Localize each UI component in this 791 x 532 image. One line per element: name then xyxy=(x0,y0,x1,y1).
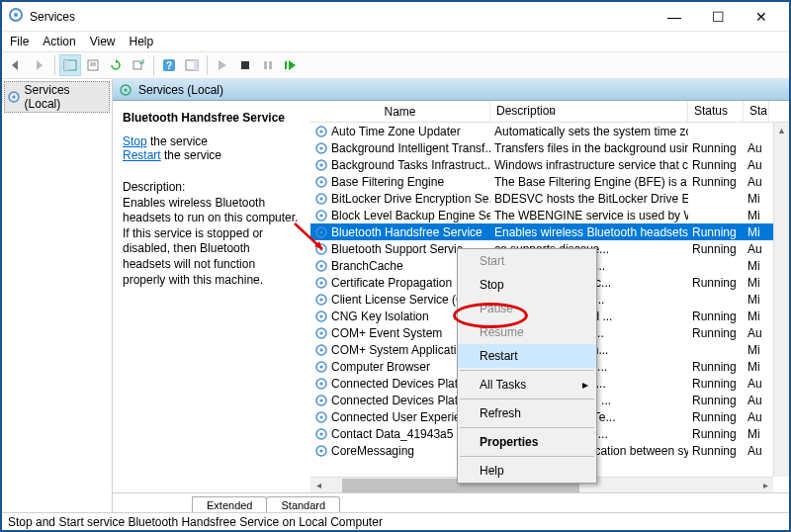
cell-description: Windows infrastructure service that con.… xyxy=(490,158,688,172)
gear-icon xyxy=(7,90,21,104)
console-tree[interactable]: Services (Local) xyxy=(2,79,113,512)
cell-startup: Mi xyxy=(744,293,769,307)
cell-status: Running xyxy=(688,141,744,155)
svg-point-49 xyxy=(320,365,323,368)
scroll-left-icon[interactable]: ◂ xyxy=(310,480,326,490)
cell-startup: Au xyxy=(744,377,769,391)
svg-point-53 xyxy=(320,399,323,401)
svg-point-1 xyxy=(14,13,18,17)
col-description[interactable]: Description xyxy=(490,101,688,122)
svg-rect-3 xyxy=(64,60,68,70)
menu-view[interactable]: View xyxy=(90,35,116,48)
cell-status: Running xyxy=(688,158,744,172)
svg-point-51 xyxy=(320,382,323,385)
cell-description: Transfers files in the background using … xyxy=(490,141,688,155)
svg-point-47 xyxy=(320,348,323,351)
menu-action[interactable]: Action xyxy=(43,35,75,48)
cell-startup: Mi xyxy=(744,343,769,357)
cell-status: Running xyxy=(688,394,744,407)
context-menu: Start Stop Pause Resume Restart All Task… xyxy=(457,248,597,484)
svg-point-33 xyxy=(320,230,323,233)
window-title: Services xyxy=(30,10,653,24)
col-name[interactable]: Name▴ xyxy=(310,101,490,122)
statusbar: Stop and Start service Bluetooth Handsfr… xyxy=(2,512,789,532)
show-hide-action-pane-button[interactable] xyxy=(181,54,203,76)
start-service-button[interactable] xyxy=(212,54,233,76)
menu-help[interactable]: Help xyxy=(130,35,154,48)
col-startup[interactable]: Sta xyxy=(744,101,769,122)
scroll-right-icon[interactable]: ▸ xyxy=(757,480,773,490)
properties-button[interactable] xyxy=(82,54,104,76)
cell-startup: Mi xyxy=(744,310,769,323)
ctx-all-tasks[interactable]: All Tasks▸ xyxy=(458,373,596,397)
ctx-properties[interactable]: Properties xyxy=(458,430,596,454)
services-list[interactable]: Name▴ Description Status Sta Auto Time Z… xyxy=(310,101,789,492)
vertical-scrollbar[interactable]: ▴ xyxy=(773,123,789,477)
ctx-resume[interactable]: Resume xyxy=(458,320,596,344)
minimize-button[interactable]: — xyxy=(653,3,696,31)
cell-status: Running xyxy=(688,242,744,256)
svg-point-19 xyxy=(125,88,128,91)
table-row[interactable]: Background Intelligent Transf...Transfer… xyxy=(310,139,789,156)
svg-point-59 xyxy=(320,449,323,452)
ctx-restart[interactable]: Restart xyxy=(458,344,596,368)
cell-status: Running xyxy=(688,310,744,323)
forward-button[interactable] xyxy=(29,54,50,76)
svg-rect-12 xyxy=(241,61,249,69)
svg-point-25 xyxy=(320,163,323,166)
close-button[interactable]: ✕ xyxy=(740,3,783,31)
cell-startup: Mi xyxy=(744,225,769,239)
cell-name: Background Intelligent Transf... xyxy=(310,141,490,155)
pause-service-button[interactable] xyxy=(257,54,279,76)
submenu-arrow-icon: ▸ xyxy=(582,378,588,392)
ctx-start[interactable]: Start xyxy=(458,249,596,273)
tree-node-services-local[interactable]: Services (Local) xyxy=(4,81,110,113)
ctx-stop[interactable]: Stop xyxy=(458,273,596,297)
scroll-up-icon[interactable]: ▴ xyxy=(774,123,789,138)
cell-name: Auto Time Zone Updater xyxy=(310,125,490,138)
table-row[interactable]: Base Filtering EngineThe Base Filtering … xyxy=(310,173,789,190)
cell-description: Automatically sets the system time zone. xyxy=(490,125,688,138)
cell-startup: Mi xyxy=(744,209,769,222)
export-button[interactable] xyxy=(128,54,149,76)
table-row[interactable]: Background Tasks Infrastruct...Windows i… xyxy=(310,156,789,173)
cell-startup: Au xyxy=(744,242,769,256)
cell-startup: Mi xyxy=(744,259,769,273)
help-button[interactable]: ? xyxy=(158,54,180,76)
cell-startup: Au xyxy=(744,175,769,189)
stop-service-button[interactable] xyxy=(234,54,256,76)
svg-point-35 xyxy=(320,247,323,250)
back-button[interactable] xyxy=(6,54,28,76)
right-header-title: Services (Local) xyxy=(138,83,223,97)
refresh-button[interactable] xyxy=(105,54,127,76)
show-hide-tree-button[interactable] xyxy=(59,54,81,76)
cell-startup: Mi xyxy=(744,360,769,374)
table-row[interactable]: Auto Time Zone UpdaterAutomatically sets… xyxy=(310,123,789,139)
col-status[interactable]: Status xyxy=(688,101,744,122)
tab-extended[interactable]: Extended xyxy=(192,496,267,512)
maximize-button[interactable]: ☐ xyxy=(696,3,740,31)
menu-file[interactable]: File xyxy=(10,35,29,48)
table-row[interactable]: Block Level Backup Engine Se...The WBENG… xyxy=(310,207,789,223)
status-text: Stop and Start service Bluetooth Handsfr… xyxy=(8,515,783,530)
svg-point-27 xyxy=(320,180,323,183)
restart-service-link[interactable]: Restart xyxy=(123,148,161,162)
view-tabs: Extended Standard xyxy=(113,492,789,512)
ctx-pause[interactable]: Pause xyxy=(458,297,596,320)
table-row[interactable]: BitLocker Drive Encryption Se...BDESVC h… xyxy=(310,190,789,207)
tab-standard[interactable]: Standard xyxy=(266,496,340,512)
cell-description: BDESVC hosts the BitLocker Drive Encry..… xyxy=(490,192,688,206)
table-row[interactable]: Bluetooth Handsfree ServiceEnables wirel… xyxy=(310,223,789,240)
restart-service-button[interactable] xyxy=(280,54,302,76)
svg-point-57 xyxy=(320,432,323,435)
cell-startup: Au xyxy=(744,410,769,424)
svg-rect-7 xyxy=(133,61,141,69)
cell-status: Running xyxy=(688,175,744,189)
stop-service-link[interactable]: Stop xyxy=(123,134,147,148)
ctx-refresh[interactable]: Refresh xyxy=(458,401,596,425)
ctx-help[interactable]: Help xyxy=(458,459,596,483)
description-label: Description: xyxy=(123,180,301,196)
cell-status: Running xyxy=(688,427,744,441)
cell-description: The WBENGINE service is used by Wind... xyxy=(490,209,688,222)
svg-rect-11 xyxy=(194,60,198,70)
